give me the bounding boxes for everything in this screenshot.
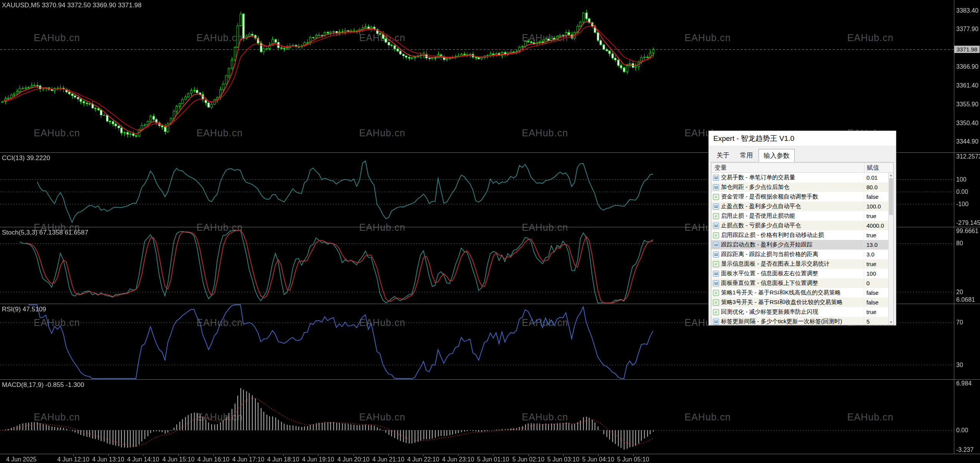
param-row[interactable]: ✓启用跟踪止损 - 价格有利时自动移动止损true: [711, 230, 888, 240]
param-type-icon: ✓: [713, 290, 719, 296]
param-row[interactable]: ✓启用止损 - 是否使用止损功能true: [711, 211, 888, 221]
param-name: 跟踪距离 - 跟踪止损与当前价格的距离: [721, 251, 864, 258]
parameter-rows: 12交易手数 - 单笔订单的交易量0.0112加仓间距 - 多少点位后加仓80.…: [711, 173, 888, 325]
panel-separator[interactable]: [0, 379, 980, 380]
time-tick: [423, 455, 424, 456]
param-name: 面板水平位置 - 信息面板左右位置调整: [721, 270, 864, 277]
param-value[interactable]: 0.01: [864, 174, 888, 181]
param-value[interactable]: false: [864, 289, 888, 296]
param-row[interactable]: 12面板水平位置 - 信息面板左右位置调整100: [711, 269, 888, 278]
tab-inputs[interactable]: 输入参数: [759, 149, 795, 162]
scroll-down-arrow[interactable]: ▼: [889, 320, 893, 325]
expert-properties-dialog: Expert - 智龙趋势王 V1.0 关于 常用 输入参数 变量 赋值 12交…: [708, 131, 896, 326]
column-header-value[interactable]: 赋值: [865, 163, 893, 172]
param-value[interactable]: true: [864, 261, 888, 267]
param-value[interactable]: 3.0: [864, 251, 888, 258]
param-row[interactable]: 12交易手数 - 单笔订单的交易量0.01: [711, 173, 888, 182]
param-name: 启用止损 - 是否使用止损功能: [721, 212, 864, 220]
param-row[interactable]: 12跟踪距离 - 跟踪止损与当前价格的距离3.0: [711, 250, 888, 259]
time-tick: [353, 455, 354, 456]
param-row[interactable]: 12面板垂直位置 - 信息面板上下位置调整0: [711, 278, 888, 288]
time-tick: [318, 455, 318, 456]
macd-indicator-label: MACD(8,17,9) -0.855 -1.300: [2, 381, 84, 389]
param-name: 回测优化 - 减少标签更新频率防止闪现: [721, 308, 864, 316]
time-label: 5 Jun 04:10: [582, 456, 614, 463]
param-type-icon: 12: [713, 251, 719, 258]
time-scale[interactable]: 4 Jun 20254 Jun 12:104 Jun 13:104 Jun 14…: [0, 455, 980, 463]
column-header-variable[interactable]: 变量: [711, 163, 865, 172]
param-row[interactable]: 12标签更新间隔 - 多少个tick更新一次标签(回测时)5: [711, 317, 888, 325]
param-type-icon: ✓: [713, 299, 719, 306]
time-label: 4 Jun 22:10: [407, 456, 439, 463]
param-type-icon: ✓: [713, 261, 719, 267]
param-type-icon: 12: [713, 319, 719, 325]
price-axis-border: [954, 0, 954, 454]
trading-terminal-screen: EAHub.cnEAHub.cnEAHub.cnEAHub.cnEAHub.cn…: [0, 0, 980, 463]
time-tick: [598, 455, 599, 456]
param-name: 止盈点数 - 盈利多少点自动平仓: [721, 203, 864, 210]
param-row[interactable]: 12止盈点数 - 盈利多少点自动平仓100.0: [711, 202, 888, 211]
param-value[interactable]: true: [864, 232, 888, 238]
time-tick: [248, 455, 249, 456]
time-tick: [388, 455, 389, 456]
parameters-table: 变量 赋值 12交易手数 - 单笔订单的交易量0.0112加仓间距 - 多少点位…: [711, 162, 894, 325]
param-value[interactable]: 100: [864, 270, 888, 277]
param-value[interactable]: false: [864, 299, 888, 306]
time-tick: [178, 455, 179, 456]
param-value[interactable]: 4000.0: [864, 222, 888, 229]
param-row[interactable]: 12加仓间距 - 多少点位后加仓80.0: [711, 182, 888, 192]
time-label: 4 Jun 21:10: [372, 456, 404, 463]
param-value[interactable]: true: [864, 213, 888, 219]
param-type-icon: ✓: [713, 232, 719, 238]
param-value[interactable]: 100.0: [864, 203, 888, 210]
param-value[interactable]: true: [864, 309, 888, 315]
time-tick: [633, 455, 634, 456]
scrollbar[interactable]: ▲ ▼: [888, 173, 893, 325]
param-type-icon: 12: [713, 223, 719, 229]
time-tick: [73, 455, 74, 456]
time-label: 5 Jun 02:10: [512, 456, 544, 463]
macd-panel-canvas[interactable]: [0, 380, 954, 453]
price-chart-canvas[interactable]: [0, 0, 954, 152]
dialog-title: Expert - 智龙趋势王 V1.0: [709, 131, 896, 146]
param-row[interactable]: ✓策略3号开关 - 基于RSI和收盘价比较的交易策略false: [711, 298, 888, 307]
param-row[interactable]: 12跟踪启动点数 - 盈利多少点开始跟踪13.0: [711, 240, 888, 250]
param-value[interactable]: 80.0: [864, 184, 888, 190]
time-tick: [108, 455, 109, 456]
param-value[interactable]: 13.0: [864, 241, 888, 248]
param-type-icon: 12: [713, 271, 719, 277]
panel-separator[interactable]: [0, 454, 980, 454]
param-name: 交易手数 - 单笔订单的交易量: [721, 174, 864, 181]
param-row[interactable]: ✓显示信息面板 - 是否在图表上显示交易统计true: [711, 259, 888, 269]
param-type-icon: ✓: [713, 309, 719, 315]
param-value[interactable]: 0: [864, 280, 888, 286]
time-label: 4 Jun 12:10: [57, 456, 89, 463]
param-type-icon: 12: [713, 184, 719, 190]
time-label: 5 Jun 05:10: [617, 456, 649, 463]
scroll-thumb[interactable]: [889, 178, 893, 215]
time-label: 4 Jun 18:10: [267, 456, 299, 463]
param-name: 显示信息面板 - 是否在图表上显示交易统计: [721, 260, 864, 268]
param-value[interactable]: 5: [864, 318, 888, 325]
param-type-icon: ✓: [713, 194, 719, 200]
time-label: 5 Jun 01:10: [477, 456, 509, 463]
time-tick: [563, 455, 564, 456]
param-name: 标签更新间隔 - 多少个tick更新一次标签(回测时): [721, 318, 864, 325]
chart-title-ohlc: XAUUSD,M5 3370.94 3372.50 3369.90 3371.9…: [2, 2, 142, 9]
param-row[interactable]: ✓策略1号开关 - 基于RSI和K线高低点的交易策略false: [711, 288, 888, 298]
tab-common[interactable]: 常用: [735, 149, 757, 162]
param-type-icon: 12: [713, 242, 719, 248]
param-name: 策略3号开关 - 基于RSI和收盘价比较的交易策略: [721, 299, 864, 306]
time-label: 4 Jun 14:10: [127, 456, 159, 463]
param-name: 启用跟踪止损 - 价格有利时自动移动止损: [721, 231, 864, 239]
param-type-icon: 12: [713, 175, 719, 181]
param-type-icon: 12: [713, 203, 719, 210]
param-row[interactable]: 12止损点数 - 亏损多少点自动平仓4000.0: [711, 221, 888, 230]
param-name: 止损点数 - 亏损多少点自动平仓: [721, 222, 864, 229]
param-row[interactable]: ✓回测优化 - 减少标签更新频率防止闪现true: [711, 307, 888, 317]
tab-about[interactable]: 关于: [712, 149, 734, 162]
param-row[interactable]: ✓资金管理 - 是否根据余额自动调整手数false: [711, 192, 888, 202]
scroll-up-arrow[interactable]: ▲: [889, 173, 893, 178]
param-value[interactable]: false: [864, 193, 888, 200]
time-label: 4 Jun 15:10: [162, 456, 195, 463]
